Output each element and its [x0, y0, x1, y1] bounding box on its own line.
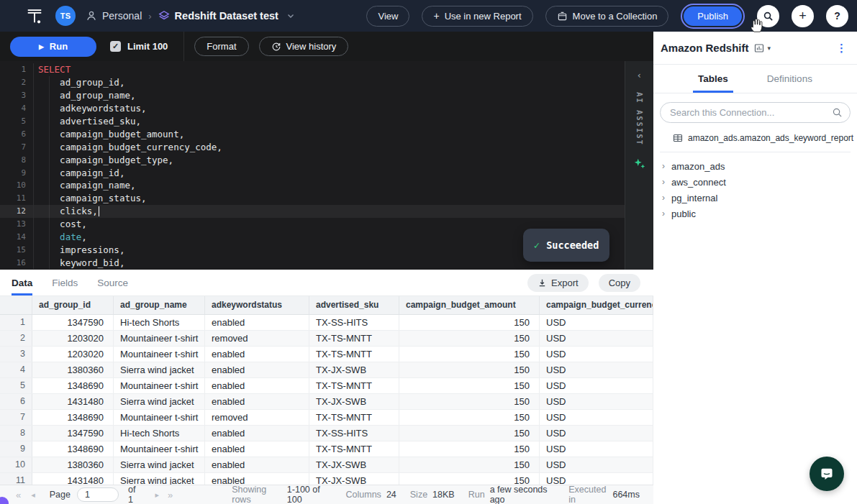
search-button[interactable] — [757, 5, 779, 27]
table-cell[interactable]: 150 — [399, 315, 540, 330]
table-cell[interactable]: 150 — [399, 441, 540, 457]
table-cell[interactable]: USD — [540, 331, 653, 346]
table-row[interactable]: 21203020Mountaineer t-shirtremovedTX-TS-… — [0, 331, 653, 347]
table-cell[interactable]: USD — [540, 347, 653, 362]
export-button[interactable]: Export — [527, 274, 589, 292]
table-row[interactable]: 71348690Mountaineer t-shirtremovedTX-TS-… — [0, 410, 653, 426]
breadcrumb-personal[interactable]: Personal — [102, 10, 142, 22]
help-button[interactable]: ? — [826, 5, 848, 27]
table-cell[interactable]: enabled — [205, 473, 309, 485]
first-page-button[interactable]: « — [16, 490, 21, 500]
table-cell[interactable]: USD — [540, 315, 653, 330]
table-cell[interactable]: enabled — [205, 315, 309, 330]
copy-button[interactable]: Copy — [599, 274, 640, 292]
table-row[interactable]: 31203020Mountaineer t-shirtenabledTX-TS-… — [0, 347, 653, 362]
table-cell[interactable]: 1348690 — [32, 441, 114, 457]
table-cell[interactable]: 1380360 — [32, 457, 114, 472]
use-in-new-report-button[interactable]: + Use in new Report — [422, 6, 532, 27]
table-cell[interactable]: Hi-tech Shorts — [114, 315, 205, 330]
table-cell[interactable]: USD — [540, 410, 653, 425]
table-cell[interactable]: Hi-tech Shorts — [114, 426, 205, 441]
move-to-collection-button[interactable]: Move to a Collection — [545, 6, 669, 27]
tab-definitions[interactable]: Definitions — [762, 65, 817, 93]
table-row[interactable]: 51348690Mountaineer t-shirtenabledTX-TS-… — [0, 378, 653, 394]
table-cell[interactable]: TX-TS-MNTT — [309, 441, 399, 457]
code-line[interactable]: 3 ad_group_name, — [0, 89, 625, 102]
connection-menu-kebab-icon[interactable]: ⋮ — [836, 42, 847, 55]
table-cell[interactable]: 150 — [399, 410, 540, 425]
table-row[interactable]: 81347590Hi-tech ShortsenabledTX-SS-HITS1… — [0, 426, 653, 441]
table-cell[interactable]: USD — [540, 426, 653, 441]
view-history-button[interactable]: View history — [259, 37, 349, 56]
table-cell[interactable]: Mountaineer t-shirt — [114, 441, 205, 457]
column-header[interactable]: campaign_budget_amount — [399, 296, 540, 314]
column-header[interactable]: campaign_budget_currency_code — [540, 296, 653, 314]
table-cell[interactable]: USD — [540, 441, 653, 457]
table-cell[interactable]: 150 — [399, 457, 540, 472]
table-cell[interactable]: 1347590 — [32, 315, 114, 330]
code-line[interactable]: 8 campaign_budget_type, — [0, 153, 625, 166]
connection-title[interactable]: Amazon Redshift — [661, 42, 749, 54]
table-cell[interactable]: enabled — [205, 441, 309, 457]
code-line[interactable]: 10 campaign_name, — [0, 179, 625, 192]
table-cell[interactable]: TX-JX-SWB — [309, 362, 399, 377]
results-grid[interactable]: 11347590Hi-tech ShortsenabledTX-SS-HITS1… — [0, 315, 653, 485]
tab-tables[interactable]: Tables — [693, 65, 733, 93]
code-line[interactable]: 12 clicks, — [0, 205, 625, 218]
code-line[interactable]: 4 adkeywordstatus, — [0, 102, 625, 115]
code-line[interactable]: 11 campaign_status, — [0, 192, 625, 205]
code-line[interactable]: 1SELECT — [0, 63, 625, 76]
next-page-button[interactable]: ▸ — [155, 490, 159, 500]
table-cell[interactable]: enabled — [205, 457, 309, 472]
table-cell[interactable]: 150 — [399, 473, 540, 485]
publish-button[interactable]: Publish — [684, 6, 742, 26]
connection-caret-icon[interactable]: ▾ — [768, 45, 771, 52]
document-title[interactable]: Redshift Dataset test — [175, 10, 278, 22]
code-line[interactable]: 2 ad_group_id, — [0, 76, 625, 89]
table-cell[interactable]: enabled — [205, 362, 309, 377]
schema-item-pg_internal[interactable]: ›pg_internal — [653, 190, 857, 206]
code-line[interactable]: 5 advertised_sku, — [0, 115, 625, 128]
table-cell[interactable]: TX-TS-MNTT — [309, 378, 399, 393]
table-cell[interactable]: 1380360 — [32, 362, 114, 377]
code-line[interactable]: 9 campaign_id, — [0, 166, 625, 179]
table-cell[interactable]: removed — [205, 410, 309, 425]
view-button[interactable]: View — [366, 6, 409, 27]
column-header[interactable]: ad_group_id — [32, 296, 114, 314]
table-cell[interactable]: removed — [205, 331, 309, 346]
table-cell[interactable]: Sierra wind jacket — [114, 362, 205, 377]
table-cell[interactable]: enabled — [205, 394, 309, 409]
connection-search-input[interactable] — [660, 102, 851, 123]
table-cell[interactable]: USD — [540, 457, 653, 472]
previous-page-button[interactable]: ◂ — [31, 490, 35, 500]
schema-item-public[interactable]: ›public — [653, 206, 857, 221]
app-logo[interactable] — [24, 6, 44, 26]
schema-item-amazon_ads[interactable]: ›amazon_ads — [653, 158, 857, 174]
table-cell[interactable]: TX-SS-HITS — [309, 315, 399, 330]
table-row[interactable]: 11347590Hi-tech ShortsenabledTX-SS-HITS1… — [0, 315, 653, 331]
table-cell[interactable]: USD — [540, 362, 653, 377]
run-button[interactable]: ▶ Run — [10, 37, 96, 57]
table-cell[interactable]: TX-TS-MNTT — [309, 410, 399, 425]
table-cell[interactable]: USD — [540, 378, 653, 393]
column-header[interactable]: ad_group_name — [114, 296, 205, 314]
code-line[interactable]: 7 campaign_budget_currency_code, — [0, 140, 625, 153]
table-cell[interactable]: TX-JX-SWB — [309, 457, 399, 472]
column-header[interactable]: adkeywordstatus — [205, 296, 309, 314]
table-cell[interactable]: Mountaineer t-shirt — [114, 331, 205, 346]
tab-source[interactable]: Source — [97, 270, 128, 295]
table-cell[interactable]: enabled — [205, 378, 309, 393]
tab-fields[interactable]: Fields — [52, 270, 78, 295]
table-cell[interactable]: 150 — [399, 426, 540, 441]
table-row[interactable]: 111431480Sierra wind jacketenabledTX-JX-… — [0, 473, 653, 485]
table-cell[interactable]: TX-SS-HITS — [309, 426, 399, 441]
table-cell[interactable]: Sierra wind jacket — [114, 394, 205, 409]
table-cell[interactable]: 1431480 — [32, 394, 114, 409]
limit-checkbox[interactable]: ✓ — [110, 41, 121, 52]
table-cell[interactable]: 1347590 — [32, 426, 114, 441]
table-row[interactable]: 91348690Mountaineer t-shirtenabledTX-TS-… — [0, 441, 653, 457]
table-cell[interactable]: USD — [540, 394, 653, 409]
table-cell[interactable]: Sierra wind jacket — [114, 457, 205, 472]
table-cell[interactable]: Sierra wind jacket — [114, 473, 205, 485]
table-cell[interactable]: 1203020 — [32, 347, 114, 362]
